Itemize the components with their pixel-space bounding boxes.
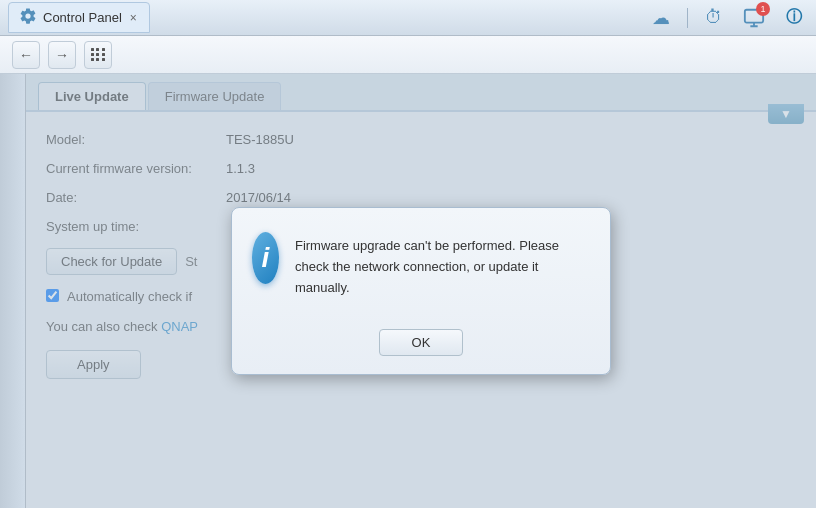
title-bar: Control Panel × ☁ ⏱ 1 ⓘ (0, 0, 816, 36)
grid-menu-button[interactable] (84, 41, 112, 69)
clock-icon[interactable]: ⏱ (700, 4, 728, 32)
modal-info-icon: i (252, 232, 279, 284)
grid-icon (91, 48, 105, 62)
sidebar (0, 74, 26, 508)
forward-icon: → (55, 47, 69, 63)
info-icon[interactable]: ⓘ (780, 4, 808, 32)
divider (687, 8, 688, 28)
modal-message: Firmware upgrade can't be performed. Ple… (295, 232, 590, 298)
modal-body: i Firmware upgrade can't be performed. P… (232, 208, 610, 318)
tab-title: Control Panel (43, 10, 122, 25)
ok-button[interactable]: OK (379, 329, 464, 356)
back-button[interactable]: ← (12, 41, 40, 69)
tab-close-button[interactable]: × (128, 11, 139, 25)
back-icon: ← (19, 47, 33, 63)
title-bar-right: ☁ ⏱ 1 ⓘ (647, 4, 808, 32)
cloud-icon[interactable]: ☁ (647, 4, 675, 32)
modal-footer: OK (232, 319, 610, 374)
title-tab[interactable]: Control Panel × (8, 2, 150, 33)
nav-bar: ← → (0, 36, 816, 74)
main-panel: Live Update Firmware Update ▼ Model: TES… (26, 74, 816, 508)
notification-badge: 1 (756, 2, 770, 16)
content-area: Live Update Firmware Update ▼ Model: TES… (0, 74, 816, 508)
forward-button[interactable]: → (48, 41, 76, 69)
title-bar-left: Control Panel × (8, 2, 150, 33)
monitor-badge[interactable]: 1 (740, 4, 768, 32)
modal-overlay: i Firmware upgrade can't be performed. P… (26, 74, 816, 508)
modal-dialog: i Firmware upgrade can't be performed. P… (231, 207, 611, 374)
gear-icon (19, 7, 37, 28)
